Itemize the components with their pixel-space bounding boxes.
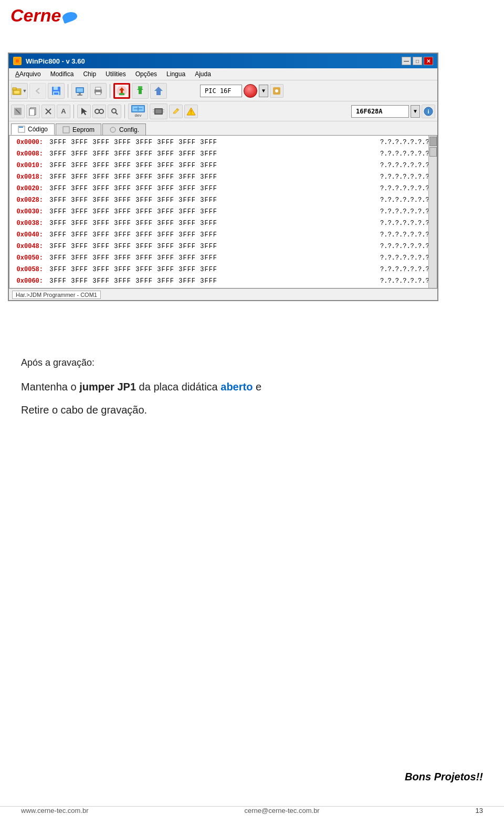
status-bar: Har.>JDM Programmer - COM1 bbox=[9, 288, 437, 300]
svg-rect-1 bbox=[16, 59, 19, 63]
code-addr: 0x0038: bbox=[9, 220, 45, 227]
table-row: 0x0000: 3FFF 3FFF 3FFF 3FFF 3FFF 3FFF 3F… bbox=[9, 137, 437, 148]
table-row: 0x0028: 3FFF 3FFF 3FFF 3FFF 3FFF 3FFF 3F… bbox=[9, 194, 437, 206]
svg-rect-41 bbox=[155, 109, 162, 114]
app-icon bbox=[13, 57, 22, 65]
pin-button[interactable] bbox=[11, 105, 25, 118]
logo-wing bbox=[61, 10, 78, 24]
code-chars: ?.?.?.?.?.?.?.?. bbox=[376, 139, 428, 146]
svg-rect-42 bbox=[153, 109, 154, 110]
code-bytes: 3FFF 3FFF 3FFF 3FFF 3FFF 3FFF 3FFF 3FFF bbox=[45, 162, 376, 169]
winpic-window: WinPic800 - v 3.60 — □ ✕ AArquivo Modifi… bbox=[8, 53, 438, 301]
cursor-button[interactable] bbox=[77, 105, 91, 118]
code-chars: ?.?.?.?.?.?.?.?. bbox=[376, 277, 428, 285]
magnify-button[interactable] bbox=[108, 105, 121, 118]
svg-rect-10 bbox=[77, 88, 83, 92]
svg-marker-30 bbox=[81, 108, 87, 115]
code-chars: ?.?.?.?.?.?.?.?. bbox=[376, 231, 428, 239]
pic-config-button[interactable] bbox=[270, 84, 284, 98]
menu-opcoes[interactable]: Opções bbox=[131, 69, 161, 79]
pic-stop-icon[interactable] bbox=[244, 84, 257, 98]
code-chars: ?.?.?.?.?.?.?.?. bbox=[376, 197, 428, 204]
code-bytes: 3FFF 3FFF 3FFF 3FFF 3FFF 3FFF 3FFF 3FFF bbox=[45, 173, 376, 181]
menu-ajuda[interactable]: Ajuda bbox=[191, 69, 215, 79]
after-recording-label: Após a gravação: bbox=[21, 357, 483, 368]
menu-bar: AArquivo Modifica Chip Utilities Opções … bbox=[9, 68, 437, 80]
bons-projetos: Bons Projetos!! bbox=[405, 771, 483, 783]
chip-info-button[interactable]: i bbox=[422, 105, 435, 118]
chip-selector: 16F628A ▼ i bbox=[351, 105, 435, 118]
code-addr: 0x0048: bbox=[9, 243, 45, 250]
logo: Cerne bbox=[10, 5, 77, 26]
back-button[interactable] bbox=[29, 83, 46, 99]
svg-rect-20 bbox=[138, 86, 142, 88]
code-addr: 0x0050: bbox=[9, 254, 45, 262]
pic-selector: PIC 16F ▼ bbox=[200, 84, 284, 98]
menu-lingua[interactable]: Lingua bbox=[162, 69, 190, 79]
svg-rect-12 bbox=[77, 95, 82, 96]
table-row: 0x0050: 3FFF 3FFF 3FFF 3FFF 3FFF 3FFF 3F… bbox=[9, 252, 437, 264]
chip-dropdown[interactable]: ▼ bbox=[411, 105, 420, 118]
cut-button[interactable] bbox=[41, 105, 55, 118]
chip-model-label: 16F628A bbox=[351, 105, 409, 118]
table-row: 0x0010: 3FFF 3FFF 3FFF 3FFF 3FFF 3FFF 3F… bbox=[9, 160, 437, 171]
menu-arquivo[interactable]: AArquivo bbox=[11, 69, 45, 79]
read-button[interactable] bbox=[132, 83, 149, 99]
dev-button[interactable]: dev bbox=[128, 104, 148, 119]
pencil-button[interactable] bbox=[169, 105, 183, 118]
window-title: WinPic800 - v 3.60 bbox=[26, 57, 85, 65]
table-row: 0x0030: 3FFF 3FFF 3FFF 3FFF 3FFF 3FFF 3F… bbox=[9, 206, 437, 218]
svg-text:i: i bbox=[427, 108, 429, 115]
chip-icon-button[interactable] bbox=[150, 104, 167, 119]
write-button[interactable] bbox=[113, 83, 130, 99]
svg-point-34 bbox=[112, 109, 116, 113]
font-button[interactable]: A bbox=[57, 105, 70, 118]
minimize-button[interactable]: — bbox=[402, 57, 411, 65]
warning-button[interactable]: ! bbox=[184, 105, 198, 118]
svg-point-31 bbox=[95, 109, 99, 114]
save-button[interactable] bbox=[48, 83, 65, 99]
menu-chip[interactable]: Chip bbox=[79, 69, 100, 79]
code-rows: 0x0000: 3FFF 3FFF 3FFF 3FFF 3FFF 3FFF 3F… bbox=[9, 137, 437, 287]
tab-config[interactable]: Config. bbox=[102, 123, 146, 135]
verify-button[interactable] bbox=[150, 83, 167, 99]
code-addr: 0x0058: bbox=[9, 266, 45, 273]
toolbar2-sep-2 bbox=[124, 105, 125, 118]
tab-codigo[interactable]: Código bbox=[11, 123, 55, 135]
print-button[interactable] bbox=[90, 83, 107, 99]
table-row: 0x0048: 3FFF 3FFF 3FFF 3FFF 3FFF 3FFF 3F… bbox=[9, 241, 437, 252]
svg-point-32 bbox=[99, 109, 103, 114]
search-button[interactable] bbox=[92, 105, 106, 118]
toolbar-sep-1 bbox=[68, 84, 68, 98]
code-addr: 0x0040: bbox=[9, 231, 45, 239]
copy-button[interactable] bbox=[26, 105, 40, 118]
menu-utilities[interactable]: Utilities bbox=[101, 69, 130, 79]
table-row: 0x0008: 3FFF 3FFF 3FFF 3FFF 3FFF 3FFF 3F… bbox=[9, 148, 437, 160]
maximize-button[interactable]: □ bbox=[413, 57, 422, 65]
svg-rect-54 bbox=[19, 127, 23, 128]
code-chars: ?.?.?.?.?.?.?.?. bbox=[376, 254, 428, 262]
footer-page: 13 bbox=[476, 807, 483, 814]
open-button[interactable]: ▼ bbox=[11, 83, 28, 99]
menu-modifica[interactable]: Modifica bbox=[46, 69, 78, 79]
table-row: 0x0040: 3FFF 3FFF 3FFF 3FFF 3FFF 3FFF 3F… bbox=[9, 229, 437, 241]
instruction-line-2: Retire o cabo de gravação. bbox=[21, 404, 483, 416]
code-area: 0x0000: 3FFF 3FFF 3FFF 3FFF 3FFF 3FFF 3F… bbox=[9, 135, 437, 288]
close-button[interactable]: ✕ bbox=[424, 57, 433, 65]
status-text: Har.>JDM Programmer - COM1 bbox=[12, 291, 101, 299]
svg-rect-43 bbox=[153, 111, 154, 112]
monitor-button[interactable] bbox=[71, 83, 88, 99]
code-bytes: 3FFF 3FFF 3FFF 3FFF 3FFF 3FFF 3FFF 3FFF bbox=[45, 277, 376, 285]
tab-eeprom[interactable]: Eeprom bbox=[56, 123, 101, 135]
toolbar2: A bbox=[9, 101, 437, 121]
code-addr: 0x0060: bbox=[9, 277, 45, 285]
code-addr: 0x0020: bbox=[9, 185, 45, 192]
svg-rect-44 bbox=[163, 109, 164, 110]
logo-text: Cerne bbox=[10, 5, 61, 25]
footer-website: www.cerne-tec.com.br bbox=[21, 807, 89, 814]
pic-dropdown[interactable]: ▼ bbox=[259, 85, 268, 97]
code-addr: 0x0030: bbox=[9, 208, 45, 215]
vertical-scrollbar[interactable] bbox=[428, 136, 437, 288]
svg-rect-8 bbox=[54, 92, 58, 95]
svg-rect-14 bbox=[96, 87, 101, 90]
